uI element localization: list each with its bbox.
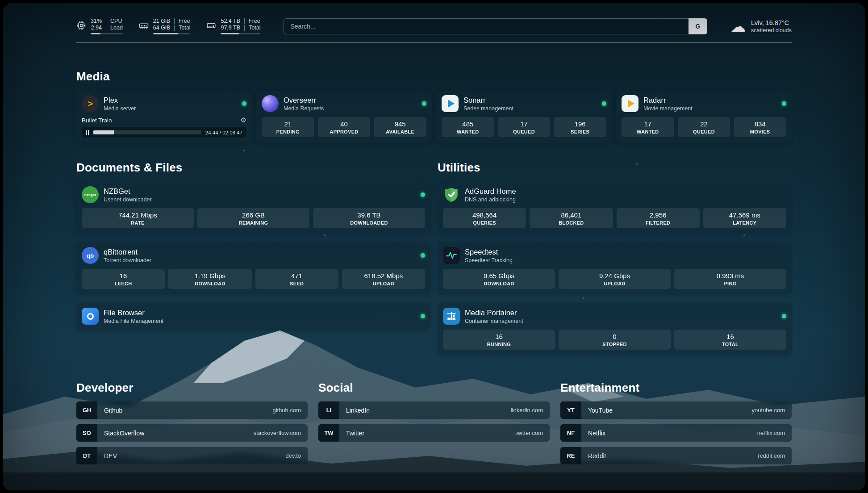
pause-icon[interactable] bbox=[86, 130, 89, 135]
service-card-plex[interactable]: Plex Media server Bullet Train bbox=[76, 91, 252, 143]
status-dot bbox=[421, 192, 425, 197]
now-playing-title: Bullet Train bbox=[82, 117, 112, 124]
search-input[interactable] bbox=[284, 18, 689, 34]
service-title: AdGuard Home bbox=[465, 187, 516, 196]
service-card-filebrowser[interactable]: File Browser Media File Management bbox=[76, 303, 430, 330]
gear-icon[interactable] bbox=[241, 116, 246, 124]
bookmark-name: Github bbox=[104, 407, 122, 414]
service-card-radarr[interactable]: Radarr Movie management 17WANTED 22QUEUE… bbox=[616, 91, 792, 143]
status-dot bbox=[602, 101, 606, 106]
bookmark-netflix[interactable]: NF Netflix netflix.com bbox=[560, 424, 792, 442]
bookmark-name: StackOverflow bbox=[104, 430, 144, 437]
stat-pending: 21PENDING bbox=[262, 117, 314, 137]
section-heading-media: Media bbox=[76, 70, 792, 84]
section-documents: Documents & Files nzbget NZBGet Usenet d… bbox=[76, 161, 430, 355]
stat-leech: 16LEECH bbox=[82, 269, 165, 289]
bookmark-dev[interactable]: DT DEV dev.to bbox=[76, 447, 308, 464]
bookmark-badge: TW bbox=[318, 424, 339, 442]
plex-icon bbox=[82, 95, 99, 112]
service-title: Media Portainer bbox=[465, 309, 523, 317]
bookmark-github[interactable]: GH Github github.com bbox=[76, 401, 308, 419]
stat-running: 16RUNNING bbox=[443, 330, 555, 350]
stat-approved: 40APPROVED bbox=[318, 117, 371, 137]
bookmark-name: LinkedIn bbox=[346, 407, 370, 414]
section-developer: Developer GH Github github.com SO StackO… bbox=[76, 381, 308, 464]
service-subtitle: Container management bbox=[465, 318, 523, 324]
service-title: Overseerr bbox=[284, 96, 324, 104]
bookmark-name: YouTube bbox=[588, 407, 613, 414]
stat-remaining: 266 GBREMAINING bbox=[197, 208, 309, 228]
cloud-icon: ☁ bbox=[730, 19, 746, 34]
bookmark-badge: NF bbox=[560, 424, 581, 442]
stat-download: 9.65 GbpsDOWNLOAD bbox=[443, 269, 555, 289]
ram-total: 64 GiB bbox=[153, 25, 170, 31]
service-subtitle: Usenet downloader bbox=[104, 196, 152, 203]
stat-stopped: 0STOPPED bbox=[559, 330, 671, 350]
bookmark-url: twitter.com bbox=[515, 430, 543, 436]
qbittorrent-icon: qb bbox=[82, 247, 99, 264]
stat-wanted: 485WANTED bbox=[442, 117, 494, 137]
disk-usage-widget: 52.4 TB Free 97.9 TB Total bbox=[206, 18, 260, 34]
status-dot bbox=[782, 314, 786, 318]
stat-total: 16TOTAL bbox=[674, 330, 786, 350]
stat-available: 945AVAILABLE bbox=[374, 117, 426, 137]
disk-total: 97.9 TB bbox=[221, 25, 240, 31]
bookmark-name: Netflix bbox=[588, 430, 605, 437]
service-card-sonarr[interactable]: Sonarr Series management 485WANTED 17QUE… bbox=[436, 91, 612, 143]
bookmark-linkedin[interactable]: LI LinkedIn linkedin.com bbox=[318, 401, 550, 419]
service-title: Plex bbox=[104, 96, 136, 104]
stat-series: 196SERIES bbox=[554, 117, 606, 137]
stat-upload: 618.52 MbpsUPLOAD bbox=[342, 269, 425, 289]
topbar-divider bbox=[76, 42, 792, 43]
service-card-adguard[interactable]: AdGuard Home DNS and adblocking 498,564Q… bbox=[438, 182, 792, 234]
disk-total-label: Total bbox=[244, 25, 260, 31]
service-title: File Browser bbox=[104, 309, 163, 317]
playback-time: 24:44 / 02:06:47 bbox=[205, 130, 242, 135]
bookmark-reddit[interactable]: RE Reddit reddit.com bbox=[560, 447, 792, 464]
system-stats: 31% CPU 2.94 Load bbox=[76, 18, 260, 34]
service-title: Sonarr bbox=[463, 96, 513, 104]
ram-total-label: Total bbox=[174, 25, 190, 31]
service-card-speedtest[interactable]: Speedtest Speedtest Tracking 9.65 GbpsDO… bbox=[438, 242, 792, 294]
bookmark-badge: YT bbox=[560, 401, 581, 419]
bookmark-twitter[interactable]: TW Twitter twitter.com bbox=[318, 424, 550, 442]
ram-free-label: Free bbox=[174, 18, 190, 24]
bookmark-url: linkedin.com bbox=[511, 407, 543, 414]
disk-free: 52.4 TB bbox=[221, 18, 240, 24]
status-dot bbox=[422, 101, 426, 106]
service-title: NZBGet bbox=[104, 187, 152, 196]
snow-speckles bbox=[3, 3, 4, 4]
bookmark-badge: GH bbox=[76, 401, 97, 419]
ram-icon bbox=[139, 21, 149, 30]
cpu-progress-bar bbox=[91, 33, 123, 34]
section-social: Social LI LinkedIn linkedin.com TW Twitt… bbox=[318, 381, 550, 464]
stat-queued: 17QUEUED bbox=[498, 117, 551, 137]
search-provider-button[interactable]: G bbox=[689, 18, 707, 34]
cpu-load: 2.94 bbox=[91, 25, 102, 31]
topbar: 31% CPU 2.94 Load bbox=[76, 18, 792, 34]
bookmark-stackoverflow[interactable]: SO StackOverflow stackoverflow.com bbox=[76, 424, 308, 442]
service-card-portainer[interactable]: Media Portainer Container management 16R… bbox=[438, 303, 792, 355]
stat-downloaded: 39.6 TBDOWNLOADED bbox=[313, 208, 425, 228]
service-title: Radarr bbox=[643, 96, 693, 104]
service-subtitle: DNS and adblocking bbox=[465, 196, 516, 203]
service-subtitle: Media server bbox=[104, 105, 136, 112]
adguard-icon bbox=[443, 186, 460, 203]
status-dot bbox=[421, 253, 425, 258]
section-entertainment: Entertainment YT YouTube youtube.com NF … bbox=[560, 381, 792, 464]
stat-upload: 9.24 GbpsUPLOAD bbox=[559, 269, 671, 289]
dashboard-screen: 31% CPU 2.94 Load bbox=[3, 3, 865, 490]
service-card-nzbget[interactable]: nzbget NZBGet Usenet downloader 744.21 M… bbox=[76, 182, 430, 234]
overseerr-icon bbox=[262, 95, 279, 112]
cpu-label: CPU bbox=[106, 18, 123, 24]
bookmark-youtube[interactable]: YT YouTube youtube.com bbox=[560, 401, 792, 419]
service-card-overseerr[interactable]: Overseerr Media Requests 21PENDING 40APP… bbox=[256, 91, 432, 143]
playback-progress-bar[interactable] bbox=[93, 130, 201, 134]
disk-icon bbox=[206, 21, 216, 30]
cpu-percent: 31% bbox=[91, 18, 102, 24]
service-subtitle: Media Requests bbox=[284, 105, 324, 112]
bookmark-url: stackoverflow.com bbox=[254, 430, 301, 436]
service-card-qbittorrent[interactable]: qb qBittorrent Torrent downloader 16LEEC… bbox=[76, 242, 430, 294]
ram-free: 21 GiB bbox=[153, 18, 170, 24]
section-heading-documents: Documents & Files bbox=[76, 161, 430, 175]
